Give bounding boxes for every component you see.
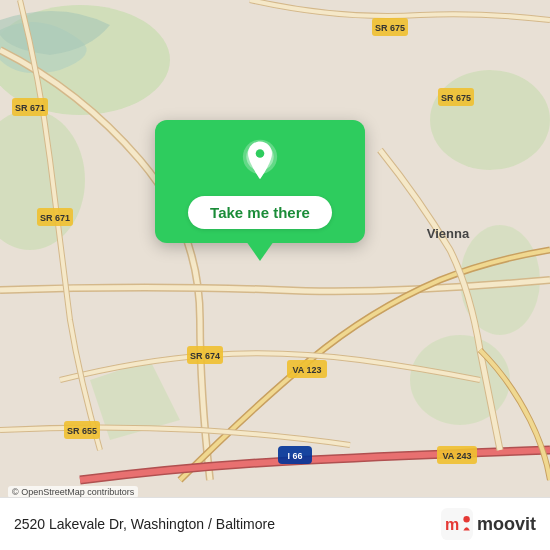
svg-text:Vienna: Vienna (427, 226, 470, 241)
map-svg: I 66 SR 675 SR 675 SR 671 SR 671 S (0, 0, 550, 550)
svg-text:SR 655: SR 655 (67, 426, 97, 436)
svg-point-3 (430, 70, 550, 170)
svg-text:SR 675: SR 675 (375, 23, 405, 33)
svg-text:SR 674: SR 674 (190, 351, 220, 361)
moovit-logo: m moovit (441, 508, 536, 540)
svg-point-28 (256, 149, 265, 158)
map-container: I 66 SR 675 SR 675 SR 671 SR 671 S (0, 0, 550, 550)
location-pin-icon (236, 138, 284, 186)
svg-text:I 66: I 66 (287, 451, 302, 461)
moovit-icon: m (441, 508, 473, 540)
moovit-logo-label: moovit (477, 514, 536, 535)
svg-text:SR 671: SR 671 (15, 103, 45, 113)
address-text: 2520 Lakevale Dr, Washington / Baltimore (14, 516, 275, 532)
bottom-bar: 2520 Lakevale Dr, Washington / Baltimore… (0, 497, 550, 550)
take-me-there-button[interactable]: Take me there (188, 196, 332, 229)
svg-text:VA 123: VA 123 (292, 365, 321, 375)
svg-text:SR 675: SR 675 (441, 93, 471, 103)
svg-text:m: m (445, 516, 459, 533)
svg-point-31 (463, 516, 469, 522)
popup-card: Take me there (155, 120, 365, 243)
svg-text:SR 671: SR 671 (40, 213, 70, 223)
svg-text:VA 243: VA 243 (442, 451, 471, 461)
